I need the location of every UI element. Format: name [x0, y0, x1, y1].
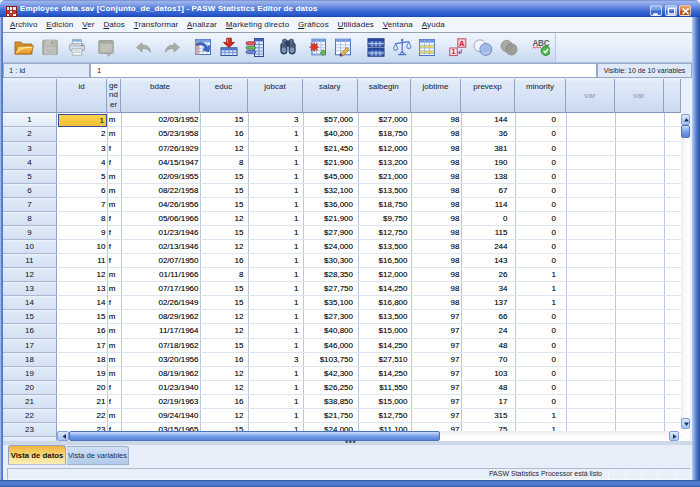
svg-text:1: 1: [452, 48, 456, 55]
svg-text:A: A: [459, 39, 465, 48]
